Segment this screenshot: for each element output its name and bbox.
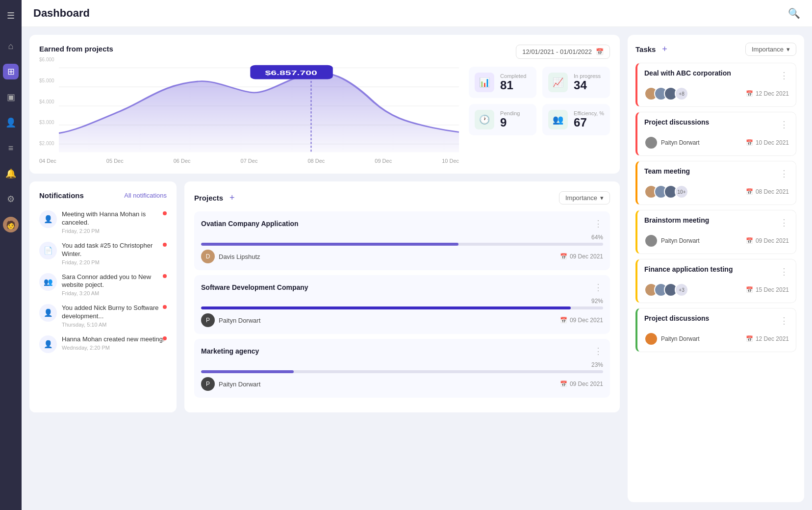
project-item-header-3: Marketing agency ⋮ <box>201 346 603 357</box>
tasks-sort-dropdown[interactable]: Importance ▾ <box>745 43 796 56</box>
task-avatar-2a <box>644 136 658 150</box>
tasks-panel: Tasks + Importance ▾ Deal with ABC corpo… <box>628 35 804 502</box>
project-avatar-1: D <box>201 250 215 263</box>
task-avatars-2: Paityn Dorwart <box>644 136 700 150</box>
content-area: Earned from projects $6.000 $5.000 $4.00… <box>22 27 812 510</box>
sidebar-item-users[interactable]: 👤 <box>3 115 19 130</box>
notif-icon-3: 👥 <box>39 273 57 291</box>
task-avatars-5: +3 <box>644 283 688 297</box>
project-menu-2[interactable]: ⋮ <box>594 282 603 293</box>
progress-pct-3: 23% <box>201 361 603 368</box>
project-name-3: Marketing agency <box>201 347 259 355</box>
project-item-header-1: Ovatian Company Application ⋮ <box>201 218 603 229</box>
task-person-6: Paityn Dorwart <box>661 335 700 342</box>
chart-y-labels: $6.000 $5.000 $4.000 $3.000 $2.000 <box>39 57 54 146</box>
stat-completed: 📊 Completed 81 <box>469 67 536 98</box>
projects-card: Projects + Importance ▾ Ovatian Company … <box>184 181 620 412</box>
tasks-sort-label: Importance <box>752 46 784 53</box>
task-item-2: Project discussions ⋮ Paityn Dorwart 📅 1… <box>635 112 796 156</box>
notif-item-3: 👥 Sara Connor added you to New website p… <box>39 269 167 301</box>
calendar-icon-t3: 📅 <box>746 188 753 195</box>
task-menu-1[interactable]: ⋮ <box>780 70 789 81</box>
top-header: Dashboard 🔍 <box>22 0 812 27</box>
pending-icon: 🕐 <box>475 110 494 129</box>
stat-efficiency: 👥 Efficiency, % 67 <box>542 104 610 135</box>
task-menu-4[interactable]: ⋮ <box>780 217 789 228</box>
projects-sort-label: Importance <box>565 194 597 202</box>
notif-content-4: You added Nick Burny to Software develop… <box>62 304 167 328</box>
progress-bar-bg-3 <box>201 370 603 373</box>
chevron-down-icon: ▾ <box>600 194 604 202</box>
sidebar-item-docs[interactable]: ≡ <box>3 140 19 156</box>
task-item-4: Brainstorm meeting ⋮ Paityn Dorwart 📅 09… <box>635 210 796 254</box>
task-person-2: Paityn Dorwart <box>661 139 700 146</box>
task-menu-6[interactable]: ⋮ <box>780 315 789 326</box>
sidebar-avatar[interactable]: 🧑 <box>3 217 19 232</box>
task-avatars-4: Paityn Dorwart <box>644 234 700 248</box>
task-name-5: Finance application testing <box>644 265 733 273</box>
task-avatar-more-5: +3 <box>675 283 688 297</box>
task-item-header-4: Brainstorm meeting ⋮ <box>644 216 789 229</box>
stat-pending: 🕐 Pending 9 <box>469 104 536 135</box>
project-date-3: 📅 09 Dec 2021 <box>560 381 603 387</box>
sidebar-item-bell[interactable]: 🔔 <box>3 166 19 181</box>
project-menu-3[interactable]: ⋮ <box>594 346 603 357</box>
task-date-5: 📅 15 Dec 2021 <box>746 286 789 293</box>
add-project-button[interactable]: + <box>227 193 237 203</box>
earned-card: Earned from projects $6.000 $5.000 $4.00… <box>29 35 620 174</box>
task-avatars-3: 10+ <box>644 185 688 199</box>
sidebar-item-home[interactable]: ⌂ <box>3 38 19 54</box>
task-date-6: 📅 12 Dec 2021 <box>746 335 789 342</box>
date-picker[interactable]: 12/01/2021 - 01/01/2022 📅 <box>516 45 610 59</box>
notif-item-1: 👤 Meeting with Hanna Mohan is canceled. … <box>39 206 167 238</box>
all-notifications-link[interactable]: All notifications <box>124 192 167 199</box>
task-avatar-more-3: 10+ <box>675 185 688 199</box>
sidebar-item-layout[interactable]: ▣ <box>3 89 19 105</box>
task-avatars-1: +8 <box>644 87 688 101</box>
project-person-2: P Paityn Dorwart <box>201 313 260 327</box>
task-item-5: Finance application testing ⋮ +3 📅 15 De… <box>635 259 796 303</box>
projects-sort-dropdown[interactable]: Importance ▾ <box>559 191 610 204</box>
project-date-2: 📅 09 Dec 2021 <box>560 317 603 324</box>
task-date-3: 📅 08 Dec 2021 <box>746 188 789 195</box>
stat-inprogress: 📈 In progress 34 <box>542 67 610 98</box>
task-name-1: Deal with ABC corporation <box>644 69 731 77</box>
sidebar-menu-icon[interactable]: ☰ <box>3 8 19 24</box>
progress-bar-bg-1 <box>201 243 603 246</box>
sidebar-item-dashboard[interactable]: ⊞ <box>3 64 19 79</box>
project-name-1: Ovatian Company Application <box>201 220 299 228</box>
add-task-button[interactable]: + <box>660 45 669 54</box>
task-menu-5[interactable]: ⋮ <box>780 266 789 277</box>
notif-dot-3 <box>163 274 167 278</box>
project-person-3: P Paityn Dorwart <box>201 377 260 391</box>
notif-item-5: 👤 Hanna Mohan created new meeting. Wedns… <box>39 332 167 357</box>
search-icon[interactable]: 🔍 <box>788 7 800 19</box>
date-range-text: 12/01/2021 - 01/01/2022 <box>522 48 592 55</box>
task-date-4: 📅 09 Dec 2021 <box>746 237 789 244</box>
tasks-title-row: Tasks + <box>635 45 669 54</box>
task-menu-3[interactable]: ⋮ <box>780 168 789 179</box>
task-date-2: 📅 10 Dec 2021 <box>746 139 789 146</box>
main-area: Dashboard 🔍 Earned from projects $6.000 … <box>22 0 812 510</box>
task-date-1: 📅 12 Dec 2021 <box>746 90 789 97</box>
sidebar: ☰ ⌂ ⊞ ▣ 👤 ≡ 🔔 ⚙ 🧑 <box>0 0 22 510</box>
inprogress-icon: 📈 <box>548 73 568 92</box>
notif-content-2: You add task #25 to Christopher Winter. … <box>62 242 167 265</box>
project-menu-1[interactable]: ⋮ <box>594 218 603 229</box>
tasks-title: Tasks <box>635 45 656 53</box>
task-footer-1: +8 📅 12 Dec 2021 <box>644 87 789 101</box>
progress-pct-1: 64% <box>201 234 603 241</box>
notif-dot-5 <box>163 336 167 340</box>
progress-pct-2: 92% <box>201 298 603 305</box>
project-footer-2: P Paityn Dorwart 📅 09 Dec 2021 <box>201 313 603 327</box>
notif-icon-2: 📄 <box>39 242 57 259</box>
chart-svg: $6.857.700 <box>59 57 459 155</box>
progress-bar-fill-1 <box>201 243 458 246</box>
task-footer-3: 10+ 📅 08 Dec 2021 <box>644 185 789 199</box>
notif-content-5: Hanna Mohan created new meeting. Wednsda… <box>62 335 165 351</box>
task-menu-2[interactable]: ⋮ <box>780 119 789 130</box>
project-avatar-3: P <box>201 377 215 391</box>
calendar-icon-t5: 📅 <box>746 286 753 293</box>
projects-title: Projects <box>194 194 223 202</box>
sidebar-item-settings[interactable]: ⚙ <box>3 191 19 207</box>
